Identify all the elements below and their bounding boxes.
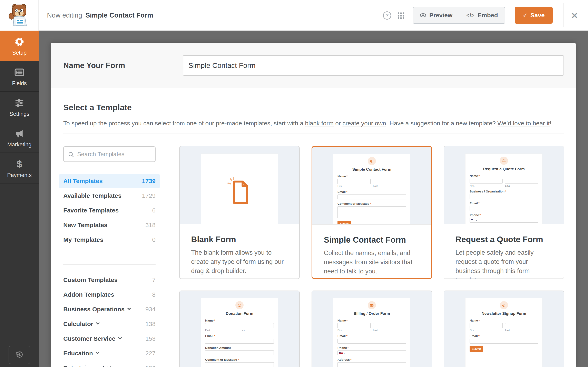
header-divider xyxy=(563,3,564,27)
template-card-request-a-quote-form[interactable]: Request a Quote FormName*FirstLastBusine… xyxy=(444,146,564,279)
sidebar-item-marketing[interactable]: Marketing xyxy=(0,122,39,153)
mini-field-label: Comment or Message* xyxy=(205,358,274,361)
category-row-favorite-templates[interactable]: Favorite Templates6 xyxy=(59,203,160,217)
mini-sublabel: Last xyxy=(373,329,406,332)
category-count: 153 xyxy=(145,335,156,342)
category-row-custom-templates[interactable]: Custom Templates7 xyxy=(59,273,160,287)
template-card-simple-contact-form[interactable]: Simple Contact FormName*FirstLastEmail*C… xyxy=(311,146,432,279)
mini-field-input: Business / Organization* xyxy=(470,190,538,199)
category-row-customer-service[interactable]: Customer Service153 xyxy=(59,332,160,346)
mini-field-input: Donation Amount xyxy=(205,346,274,355)
sidebar-item-fields[interactable]: Fields xyxy=(0,61,39,92)
mini-input xyxy=(470,194,538,199)
category-label: Favorite Templates xyxy=(63,207,119,214)
mini-input xyxy=(505,179,538,184)
create-your-own-link[interactable]: create your own xyxy=(342,120,386,127)
sidebar-item-payments[interactable]: $Payments xyxy=(0,153,39,184)
embed-button[interactable]: </> Embed xyxy=(459,7,505,23)
preview-button[interactable]: Preview xyxy=(413,7,459,23)
template-card-blank-form[interactable]: Blank FormThe blank form allows you to c… xyxy=(179,146,300,279)
chevron-down-icon xyxy=(118,336,122,339)
mini-field-name: Name*FirstLast xyxy=(205,319,274,332)
blank-form-link[interactable]: blank form xyxy=(305,120,334,127)
mini-sublabel: First xyxy=(337,329,371,332)
search-icon xyxy=(68,151,74,158)
help-button[interactable]: ? xyxy=(383,11,391,20)
category-row-entertainment[interactable]: Entertainment100 xyxy=(59,361,160,367)
category-list-primary: All Templates1739Available Templates1729… xyxy=(59,174,160,248)
mini-field-label: Email* xyxy=(337,334,406,338)
sidebar-item-label: Fields xyxy=(12,80,27,87)
mini-field-submit: Submit xyxy=(337,221,406,224)
category-row-all-templates[interactable]: All Templates1739 xyxy=(59,174,160,188)
required-asterisk: * xyxy=(214,334,215,338)
category-label: Calculator xyxy=(63,320,99,327)
mini-form-title: Simple Contact Form xyxy=(337,167,406,172)
mini-field-name: Name*FirstLast xyxy=(337,175,406,188)
template-card-donation-form[interactable]: Donation FormName*FirstLastEmail*Donatio… xyxy=(179,291,300,367)
category-row-business-operations[interactable]: Business Operations934 xyxy=(59,302,160,316)
category-row-education[interactable]: Education227 xyxy=(59,346,160,360)
apps-grid-icon[interactable] xyxy=(397,12,405,19)
desc-text: or xyxy=(334,120,342,127)
sidebar-item-label: Payments xyxy=(7,172,32,178)
chevron-down-icon xyxy=(96,321,100,325)
mini-sublabel: First xyxy=(337,185,371,188)
form-name-input[interactable] xyxy=(183,55,564,76)
chevron-down-icon xyxy=(127,306,131,310)
card-preview: Donation FormName*FirstLastEmail*Donatio… xyxy=(180,291,299,367)
category-label: Addon Templates xyxy=(63,291,114,298)
category-row-addon-templates[interactable]: Addon Templates8 xyxy=(59,288,160,301)
template-card-billing-order-form[interactable]: Billing / Order FormName*FirstLastEmail*… xyxy=(311,291,432,367)
search-templates-input[interactable] xyxy=(77,147,155,161)
mini-form-page: Request a Quote FormName*FirstLastBusine… xyxy=(466,154,542,224)
desc-text: To speed up the process you can select f… xyxy=(63,120,305,127)
gear-icon xyxy=(13,36,25,48)
mini-form-page xyxy=(201,154,278,224)
mini-field-label: Name* xyxy=(470,174,538,178)
card-preview: Request a Quote FormName*FirstLastBusine… xyxy=(444,146,564,224)
mini-input xyxy=(470,179,503,184)
name-your-form-label: Name Your Form xyxy=(63,43,125,88)
mini-form-title: Billing / Order Form xyxy=(337,311,406,316)
mini-field-label: Business / Organization* xyxy=(470,190,538,193)
mini-field-name: Name*FirstLast xyxy=(470,319,538,332)
topbar: Now editing Simple Contact Form ? Previe… xyxy=(0,0,588,31)
category-count: 6 xyxy=(152,207,156,214)
fields-icon xyxy=(13,67,25,78)
save-button[interactable]: ✓ Save xyxy=(515,7,553,24)
history-button[interactable] xyxy=(9,346,30,364)
category-row-available-templates[interactable]: Available Templates1729 xyxy=(59,189,160,203)
template-card-newsletter-signup-form[interactable]: Newsletter Signup FormName*FirstLastEmai… xyxy=(444,291,564,367)
mini-field-input: Email* xyxy=(337,334,406,343)
card-preview: Newsletter Signup FormName*FirstLastEmai… xyxy=(444,291,564,367)
required-asterisk: * xyxy=(480,213,481,217)
sidebar-item-setup[interactable]: Setup xyxy=(0,31,39,61)
mini-field-textarea: Comment or Message* xyxy=(205,358,274,367)
mini-field-label: Phone* xyxy=(337,346,406,350)
mini-field-label: Email* xyxy=(470,334,538,338)
cloche-icon xyxy=(500,157,508,165)
mini-submit-button: Submit xyxy=(337,221,351,224)
required-asterisk: * xyxy=(370,202,371,205)
category-count: 1739 xyxy=(142,178,156,184)
briefcase-icon xyxy=(368,301,376,309)
category-row-my-templates[interactable]: My Templates0 xyxy=(59,233,160,247)
card-description: The blank form allows you to create any … xyxy=(191,248,288,276)
megaphone-icon xyxy=(13,128,25,140)
category-row-calculator[interactable]: Calculator138 xyxy=(59,317,160,331)
category-divider xyxy=(63,264,156,265)
category-row-new-templates[interactable]: New Templates318 xyxy=(59,218,160,232)
required-asterisk: * xyxy=(478,201,480,205)
mini-input xyxy=(337,323,371,328)
close-button[interactable]: ✕ xyxy=(569,10,580,21)
search-templates-box xyxy=(63,146,156,162)
mini-form-title: Request a Quote Form xyxy=(470,167,538,171)
suggestion-link[interactable]: We’d love to hear it xyxy=(497,120,550,127)
mini-input xyxy=(470,206,538,211)
category-label: My Templates xyxy=(63,236,103,243)
mini-textarea xyxy=(337,206,406,218)
save-label: Save xyxy=(530,12,545,19)
category-label: Education xyxy=(63,350,99,357)
sidebar-item-settings[interactable]: Settings xyxy=(0,92,39,122)
